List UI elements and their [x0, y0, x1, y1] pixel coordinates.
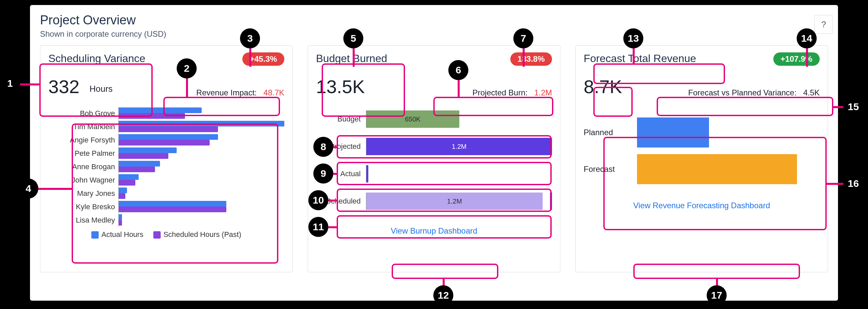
scheduling-row-name: John Wagner [48, 173, 118, 187]
marker-15: 15 [843, 97, 863, 117]
forecast-row-planned-label: Planned [584, 128, 637, 137]
revenue-impact-value: 48.7K [264, 88, 284, 97]
forecast-badge: +107.9% [773, 52, 820, 66]
marker-13: 13 [623, 28, 643, 48]
marker-12: 12 [433, 285, 453, 305]
projected-burn-value: 1.2M [534, 88, 552, 97]
dashboard-panel: ? Project Overview Shown in corporate cu… [30, 5, 838, 301]
revenue-impact-label: Revenue Impact: [196, 88, 257, 97]
forecast-title: Forecast Total Revenue [584, 52, 696, 65]
scheduling-row: Kyle Bresko [48, 200, 284, 214]
legend-actual-hours: Actual Hours [101, 230, 143, 238]
marker-17: 17 [707, 285, 727, 305]
forecast-variance-value: 4.5K [803, 88, 820, 97]
marker-2: 2 [177, 58, 197, 78]
scheduling-row: John Wagner [48, 173, 284, 187]
help-button[interactable]: ? [814, 15, 833, 34]
marker-5: 5 [343, 28, 363, 48]
marker-8: 8 [313, 137, 333, 157]
card-forecast-revenue: Forecast Total Revenue +107.9% 8.7K Fore… [575, 46, 828, 272]
budget-value: 13.5K [316, 76, 365, 97]
scheduling-row: Bob Grove [48, 107, 284, 120]
page-subtitle: Shown in corporate currency (USD) [40, 29, 828, 39]
scheduling-row-name: Anne Brogan [48, 160, 118, 173]
help-icon: ? [822, 19, 826, 30]
scheduling-row-name: Tim Marklein [48, 120, 118, 134]
scheduling-row-name: Pete Palmer [48, 147, 118, 160]
scheduling-row-name: Angie Forsyth [48, 134, 118, 147]
marker-1: 1 [0, 74, 20, 93]
budget-row-budget-value: 650K [405, 115, 421, 123]
marker-14: 14 [797, 28, 817, 48]
scheduling-variance-badge: +45.3% [242, 52, 284, 66]
forecast-value: 8.7K [584, 76, 622, 97]
scheduling-row: Tim Marklein [48, 120, 284, 134]
forecast-row-forecast-label: Forecast [584, 165, 637, 174]
budget-row-scheduled: Scheduled 1.2M [316, 190, 552, 213]
budget-row-projected-value: 1.2M [452, 143, 466, 150]
scheduling-row: Mary Jones [48, 187, 284, 200]
scheduling-chart: Bob GroveTim MarkleinAngie ForsythPete P… [48, 107, 284, 227]
marker-11: 11 [308, 217, 328, 237]
budget-title: Budget Burned [316, 52, 388, 65]
budget-row-scheduled-value: 1.2M [447, 198, 462, 205]
marker-16: 16 [843, 173, 863, 194]
marker-7: 7 [513, 28, 533, 48]
marker-9: 9 [313, 164, 333, 184]
marker-3: 3 [240, 28, 260, 48]
scheduling-row: Anne Brogan [48, 160, 284, 173]
budget-row-projected: Projected 1.2M [316, 135, 552, 158]
forecast-row-planned: Planned [584, 114, 820, 151]
scheduling-value: 332 [48, 76, 79, 97]
marker-4: 4 [18, 178, 38, 199]
budget-row-budget-label: Budget [316, 115, 366, 123]
projected-burn-label: Projected Burn: [472, 88, 527, 97]
scheduling-legend: Actual Hours Scheduled Hours (Past) [48, 230, 284, 239]
scheduling-row-name: Kyle Bresko [48, 200, 118, 214]
scheduling-row-name: Lisa Medley [48, 214, 118, 227]
card-scheduling-variance: Scheduling Variance +45.3% 332 Hours Rev… [40, 46, 293, 272]
marker-6: 6 [448, 60, 468, 80]
legend-scheduled-hours: Scheduled Hours (Past) [163, 230, 241, 238]
scheduling-row-name: Bob Grove [48, 107, 118, 120]
scheduling-row: Angie Forsyth [48, 134, 284, 147]
page-title: Project Overview [40, 13, 828, 27]
scheduling-title: Scheduling Variance [48, 52, 145, 65]
forecast-chart: Planned Forecast [584, 114, 820, 188]
budget-chart: Budget 650K Projected 1.2M Actual Schedu… [316, 108, 552, 213]
budget-badge: 183.8% [510, 52, 552, 66]
budget-row-budget: Budget 650K [316, 108, 552, 131]
card-budget-burned: Budget Burned 183.8% 13.5K Projected Bur… [308, 46, 560, 272]
scheduling-unit: Hours [89, 84, 112, 94]
marker-10: 10 [308, 190, 328, 210]
budget-row-actual: Actual [316, 162, 552, 186]
scheduling-row: Lisa Medley [48, 214, 284, 227]
burnup-dashboard-link[interactable]: View Burnup Dashboard [316, 226, 552, 235]
forecast-row-forecast: Forecast [584, 151, 820, 188]
scheduling-row: Pete Palmer [48, 147, 284, 160]
revenue-forecast-dashboard-link[interactable]: View Revenue Forecasting Dashboard [584, 201, 820, 210]
forecast-variance-label: Forecast vs Planned Variance: [688, 88, 797, 97]
